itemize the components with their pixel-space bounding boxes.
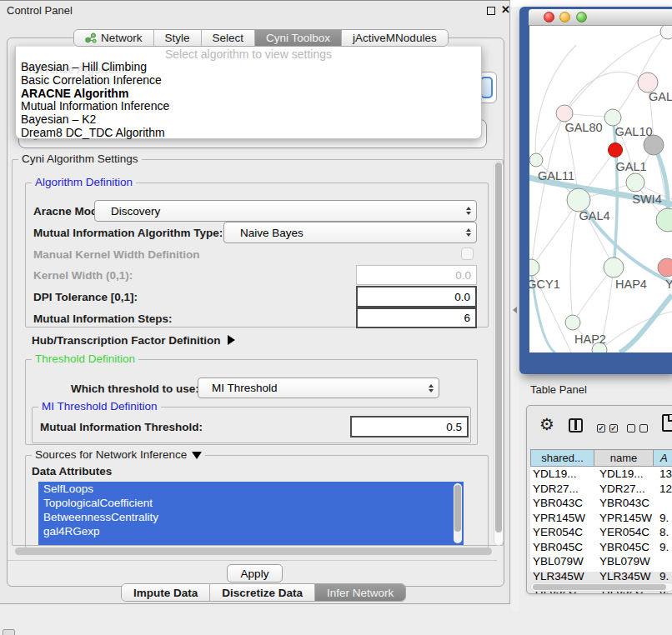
mi-threshold-field[interactable]: 0.5 [350,416,469,438]
columns-icon[interactable] [569,418,583,432]
aracne-mode-select[interactable]: Discovery [94,200,477,222]
node-gal80[interactable] [556,105,573,122]
mi-type-select[interactable]: Naive Bayes [223,222,477,243]
attributes-scrollbar[interactable] [454,483,462,543]
scrollbar-thumb[interactable] [533,584,666,590]
table-row[interactable]: YDL19...YDL19...13 [530,467,672,482]
top-tab-bar: Network Style Select Cyni Toolbox jActiv… [73,29,449,47]
node-salmon[interactable] [658,258,672,277]
control-panel: Control Panel ✕ gal-filtered sif default… [0,0,510,604]
data-attributes-list[interactable]: SelfLoops TopologicalCoefficient Between… [38,482,464,545]
mi-type-label: Mutual Information Algorithm Type: [33,227,223,239]
dropdown-item[interactable]: Mutual Information Inference [19,100,478,113]
table-row[interactable]: YBR045CYBR045C9. [530,540,672,555]
node-hap4[interactable] [604,258,624,278]
float-window-icon[interactable] [487,7,495,15]
manual-kernel-checkbox[interactable] [461,248,474,260]
node-gal1[interactable] [626,173,644,192]
settings-horizontal-scrollbar[interactable] [15,548,492,555]
list-item[interactable]: BetweennessCentrality [38,510,464,524]
table-row[interactable]: YBL079WYBL079W [530,554,672,569]
list-item[interactable]: gal4RGexp [38,524,464,538]
table-row[interactable]: YER054CYER054C8. [530,525,672,540]
list-item[interactable]: SelfLoops [38,482,464,496]
focused-stepper-icon[interactable] [480,77,493,98]
kernel-width-field[interactable]: 0.0 [356,265,477,285]
svg-text:GCY1: GCY1 [529,278,560,291]
scrollbar-thumb[interactable] [495,162,502,532]
minimized-panel-icon[interactable] [3,629,15,635]
collapse-arrow-icon [192,452,202,459]
hub-section-toggle[interactable]: Hub/Transcription Factor Definition [32,334,235,347]
table-row[interactable]: YBR043CYBR043C [530,496,672,511]
tab-select[interactable]: Select [202,30,256,46]
zoom-traffic-light-icon[interactable] [576,12,587,22]
tab-style[interactable]: Style [154,30,202,46]
dropdown-item[interactable]: Dream8 DC_TDC Algorithm [19,127,478,140]
expand-arrow-icon [228,335,235,345]
threshold-definition-legend: Threshold Definition [32,352,138,365]
checked-checkbox-icon[interactable] [609,424,618,432]
table-toolbar: ⚙ [527,406,672,449]
unchecked-checkbox-icon[interactable] [639,424,648,432]
document-icon[interactable] [662,414,672,432]
which-threshold-select[interactable]: MI Threshold [198,378,439,398]
node-gal10[interactable] [604,109,621,126]
node-gal11[interactable] [529,153,543,167]
kernel-width-label: Kernel Width (0,1): [33,269,133,282]
table-row[interactable]: YPR145WYPR145W9. [530,511,672,526]
svg-text:GAL80: GAL80 [564,121,602,134]
node-attribute-table: shared... name A YDL19...YDL19...13 YDR2… [530,449,672,572]
unchecked-checkbox-icon[interactable] [627,424,635,432]
table-panel: ⚙ shared... name A YDL19...YDL19...13 YD… [526,405,672,594]
network-canvas[interactable]: GAL GAL80 GAL10 GAL1 GAL11 SWI4 GAL4 GCY… [529,26,672,352]
node-gal4[interactable] [567,188,590,212]
node-labels: GAL GAL80 GAL10 GAL1 GAL11 SWI4 GAL4 GCY… [529,90,672,346]
screen: Control Panel ✕ gal-filtered sif default… [0,0,672,635]
dropdown-item[interactable]: Bayesian – Hill Climbing [19,61,478,74]
node-red[interactable] [609,143,623,158]
close-icon[interactable]: ✕ [501,3,510,16]
checked-checkbox-icon[interactable] [597,424,605,432]
dropdown-item[interactable]: Basic Correlation Inference [19,74,478,88]
node-gcy1[interactable] [529,259,539,276]
tab-cyni-toolbox[interactable]: Cyni Toolbox [255,30,342,46]
control-panel-titlebar: Control Panel ✕ [0,1,509,21]
dropdown-item-selected[interactable]: ARACNE Algorithm [19,88,478,101]
column-header[interactable]: name [594,449,654,467]
svg-text:GAL10: GAL10 [614,125,652,138]
node-hap2[interactable] [565,315,580,330]
tab-impute-data[interactable]: Impute Data [122,584,210,601]
sources-legend[interactable]: Sources for Network Inference [32,448,205,461]
settings-vertical-scrollbar[interactable] [494,161,504,546]
minimize-traffic-light-icon[interactable] [559,12,570,22]
table-row[interactable]: YDR27...YDR27...12 [530,482,672,497]
close-traffic-light-icon[interactable] [544,12,554,22]
column-header[interactable]: shared... [530,449,594,467]
table-horizontal-scrollbar[interactable] [530,582,672,592]
mi-steps-label: Mutual Information Steps: [33,312,173,325]
node[interactable] [660,26,672,39]
splitter-arrow-icon[interactable] [513,307,517,313]
apply-button[interactable]: Apply [227,564,283,582]
mi-threshold-label: Mutual Information Threshold: [40,421,203,433]
list-item[interactable]: TopologicalCoefficient [38,496,464,510]
tab-jactivemnodules[interactable]: jActiveMNodules [342,30,448,46]
table-panel-title: Table Panel [530,383,587,396]
tab-network[interactable]: Network [74,30,154,46]
scrollbar-thumb[interactable] [454,485,461,532]
table-row[interactable]: YLR345WYLR345W9. [530,569,672,584]
node-swi4[interactable] [656,208,672,232]
column-header[interactable]: A [654,449,672,467]
gear-icon[interactable]: ⚙ [539,416,554,432]
dpi-tolerance-field[interactable]: 0.0 [356,286,477,308]
list-item-partial[interactable] [38,538,464,545]
dropdown-item[interactable]: Bayesian – K2 [19,113,478,127]
network-window-titlebar[interactable] [529,9,672,26]
mi-steps-field[interactable]: 6 [356,308,477,328]
tab-discretize-data[interactable]: Discretize Data [210,584,315,601]
stepper-icon [429,384,434,392]
tab-infer-network[interactable]: Infer Network [315,584,405,601]
network-view-window[interactable]: GAL GAL80 GAL10 GAL1 GAL11 SWI4 GAL4 GCY… [519,7,672,374]
panel-title: Control Panel [7,4,73,17]
